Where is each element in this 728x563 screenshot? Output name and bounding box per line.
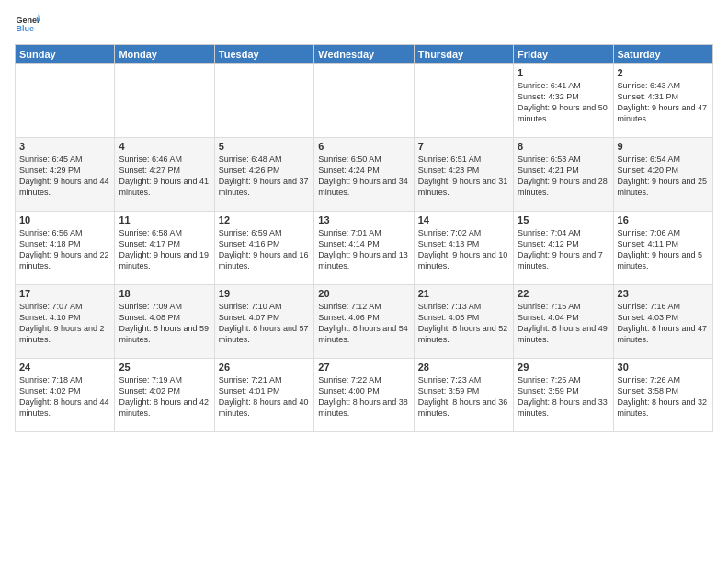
- calendar-cell: 25Sunrise: 7:19 AMSunset: 4:02 PMDayligh…: [115, 359, 214, 432]
- calendar-cell: 18Sunrise: 7:09 AMSunset: 4:08 PMDayligh…: [115, 285, 214, 359]
- day-number: 28: [418, 362, 509, 373]
- cell-text: Daylight: 9 hours and 10 minutes.: [418, 249, 509, 271]
- cell-text: Sunrise: 7:02 AM: [418, 227, 509, 238]
- week-row-1: 1Sunrise: 6:41 AMSunset: 4:32 PMDaylight…: [16, 64, 713, 138]
- calendar-cell: 2Sunrise: 6:43 AMSunset: 4:31 PMDaylight…: [613, 64, 712, 138]
- calendar-cell: [214, 64, 313, 138]
- cell-text: Sunrise: 6:51 AM: [418, 154, 509, 165]
- cell-text: Daylight: 8 hours and 32 minutes.: [618, 396, 709, 419]
- week-row-5: 24Sunrise: 7:18 AMSunset: 4:02 PMDayligh…: [16, 359, 713, 432]
- cell-text: Sunset: 4:11 PM: [618, 238, 709, 249]
- day-number: 5: [219, 141, 310, 152]
- day-number: 26: [219, 362, 310, 373]
- day-number: 10: [19, 214, 110, 225]
- cell-text: Sunrise: 7:09 AM: [119, 301, 210, 312]
- day-number: 15: [518, 214, 609, 225]
- day-number: 30: [618, 362, 709, 373]
- cell-text: Sunrise: 7:12 AM: [318, 301, 409, 312]
- calendar-cell: 28Sunrise: 7:23 AMSunset: 3:59 PMDayligh…: [414, 359, 513, 432]
- calendar-cell: 12Sunrise: 6:59 AMSunset: 4:16 PMDayligh…: [214, 212, 313, 285]
- day-number: 9: [618, 141, 709, 152]
- day-number: 19: [219, 288, 310, 299]
- cell-text: Daylight: 8 hours and 40 minutes.: [219, 396, 310, 419]
- cell-text: Daylight: 8 hours and 47 minutes.: [618, 323, 709, 345]
- cell-text: Sunrise: 7:07 AM: [19, 301, 110, 312]
- day-number: 11: [119, 214, 210, 225]
- cell-text: Sunrise: 6:43 AM: [618, 80, 709, 91]
- cell-text: Daylight: 8 hours and 57 minutes.: [219, 323, 310, 345]
- header-cell-monday: Monday: [115, 45, 214, 64]
- day-number: 2: [618, 67, 709, 78]
- day-number: 20: [318, 288, 409, 299]
- cell-text: Sunrise: 6:46 AM: [119, 154, 210, 165]
- calendar-cell: 17Sunrise: 7:07 AMSunset: 4:10 PMDayligh…: [16, 285, 115, 359]
- calendar-cell: 26Sunrise: 7:21 AMSunset: 4:01 PMDayligh…: [214, 359, 313, 432]
- cell-text: Sunrise: 6:45 AM: [19, 154, 110, 165]
- day-number: 18: [119, 288, 210, 299]
- header-cell-saturday: Saturday: [613, 45, 712, 64]
- calendar-cell: [314, 64, 414, 138]
- cell-text: Sunset: 4:20 PM: [618, 165, 709, 176]
- cell-text: Daylight: 8 hours and 59 minutes.: [119, 323, 210, 345]
- day-number: 1: [518, 67, 609, 78]
- header-cell-thursday: Thursday: [414, 45, 513, 64]
- cell-text: Sunrise: 7:18 AM: [19, 374, 110, 385]
- cell-text: Sunset: 4:10 PM: [19, 312, 110, 323]
- cell-text: Sunset: 4:02 PM: [19, 385, 110, 396]
- cell-text: Sunset: 3:59 PM: [418, 385, 509, 396]
- day-number: 16: [618, 214, 709, 225]
- cell-text: Daylight: 8 hours and 33 minutes.: [518, 396, 609, 419]
- cell-text: Sunset: 4:21 PM: [518, 165, 609, 176]
- cell-text: Sunrise: 7:19 AM: [119, 374, 210, 385]
- week-row-4: 17Sunrise: 7:07 AMSunset: 4:10 PMDayligh…: [16, 285, 713, 359]
- cell-text: Sunset: 4:03 PM: [618, 312, 709, 323]
- day-number: 29: [518, 362, 609, 373]
- cell-text: Daylight: 8 hours and 54 minutes.: [318, 323, 409, 345]
- cell-text: Daylight: 9 hours and 5 minutes.: [618, 249, 709, 271]
- cell-text: Sunrise: 7:16 AM: [618, 301, 709, 312]
- cell-text: Sunrise: 6:48 AM: [219, 154, 310, 165]
- cell-text: Sunrise: 7:26 AM: [618, 374, 709, 385]
- cell-text: Daylight: 8 hours and 52 minutes.: [418, 323, 509, 345]
- cell-text: Sunset: 4:05 PM: [418, 312, 509, 323]
- cell-text: Daylight: 8 hours and 42 minutes.: [119, 396, 210, 419]
- cell-text: Sunset: 4:04 PM: [518, 312, 609, 323]
- cell-text: Sunrise: 7:10 AM: [219, 301, 310, 312]
- calendar-cell: 10Sunrise: 6:56 AMSunset: 4:18 PMDayligh…: [16, 212, 115, 285]
- cell-text: Sunrise: 6:54 AM: [618, 154, 709, 165]
- cell-text: Sunset: 4:26 PM: [219, 165, 310, 176]
- cell-text: Sunset: 4:27 PM: [119, 165, 210, 176]
- day-number: 25: [119, 362, 210, 373]
- calendar-cell: [414, 64, 513, 138]
- calendar-cell: 21Sunrise: 7:13 AMSunset: 4:05 PMDayligh…: [414, 285, 513, 359]
- cell-text: Sunrise: 6:50 AM: [318, 154, 409, 165]
- cell-text: Daylight: 9 hours and 25 minutes.: [618, 176, 709, 198]
- calendar-cell: 24Sunrise: 7:18 AMSunset: 4:02 PMDayligh…: [16, 359, 115, 432]
- calendar-cell: 7Sunrise: 6:51 AMSunset: 4:23 PMDaylight…: [414, 138, 513, 212]
- day-number: 7: [418, 141, 509, 152]
- header-cell-wednesday: Wednesday: [314, 45, 414, 64]
- calendar-cell: 23Sunrise: 7:16 AMSunset: 4:03 PMDayligh…: [613, 285, 712, 359]
- cell-text: Sunrise: 6:41 AM: [518, 80, 609, 91]
- cell-text: Sunset: 4:17 PM: [119, 238, 210, 249]
- cell-text: Sunrise: 7:06 AM: [618, 227, 709, 238]
- cell-text: Sunrise: 6:53 AM: [518, 154, 609, 165]
- header-row: SundayMondayTuesdayWednesdayThursdayFrid…: [16, 45, 713, 64]
- day-number: 22: [518, 288, 609, 299]
- header-cell-sunday: Sunday: [16, 45, 115, 64]
- cell-text: Sunset: 4:01 PM: [219, 385, 310, 396]
- calendar-cell: 4Sunrise: 6:46 AMSunset: 4:27 PMDaylight…: [115, 138, 214, 212]
- cell-text: Sunrise: 7:22 AM: [318, 374, 409, 385]
- day-number: 13: [318, 214, 409, 225]
- cell-text: Daylight: 9 hours and 47 minutes.: [618, 102, 709, 124]
- day-number: 17: [19, 288, 110, 299]
- cell-text: Daylight: 8 hours and 44 minutes.: [19, 396, 110, 419]
- header-cell-friday: Friday: [514, 45, 613, 64]
- calendar-cell: 9Sunrise: 6:54 AMSunset: 4:20 PMDaylight…: [613, 138, 712, 212]
- calendar-cell: 29Sunrise: 7:25 AMSunset: 3:59 PMDayligh…: [514, 359, 613, 432]
- cell-text: Daylight: 9 hours and 22 minutes.: [19, 249, 110, 271]
- cell-text: Sunset: 4:00 PM: [318, 385, 409, 396]
- page: General Blue SundayMondayTuesdayWednesda…: [0, 0, 728, 563]
- cell-text: Daylight: 9 hours and 19 minutes.: [119, 249, 210, 271]
- cell-text: Daylight: 9 hours and 44 minutes.: [19, 176, 110, 198]
